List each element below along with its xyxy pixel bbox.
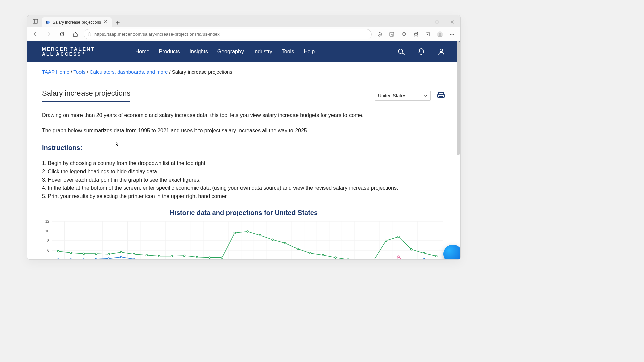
print-button[interactable] — [437, 91, 445, 100]
nav-insights[interactable]: Insights — [190, 49, 208, 55]
nav-home[interactable]: Home — [135, 49, 150, 55]
back-button[interactable] — [30, 29, 41, 40]
svg-point-143 — [247, 259, 248, 259]
svg-point-101 — [108, 253, 109, 255]
svg-point-157 — [423, 258, 425, 259]
svg-point-112 — [247, 231, 248, 232]
svg-point-98 — [70, 252, 72, 254]
title-row: Salary increase projections United State… — [42, 89, 445, 102]
search-icon[interactable] — [397, 48, 405, 56]
svg-text:N: N — [391, 33, 393, 36]
collections-icon[interactable] — [423, 29, 433, 40]
brand-line1: MERCER TALENT — [42, 47, 95, 52]
svg-point-118 — [322, 254, 324, 256]
svg-point-127 — [436, 255, 437, 257]
breadcrumb-current: Salary increase projections — [172, 69, 232, 75]
svg-point-128 — [57, 259, 59, 259]
tab-actions-button[interactable] — [30, 17, 41, 26]
breadcrumb-sep: / — [69, 69, 73, 75]
more-menu-icon[interactable] — [447, 29, 458, 40]
home-button[interactable] — [70, 29, 81, 40]
account-icon[interactable] — [437, 48, 445, 56]
svg-point-116 — [297, 248, 299, 250]
new-tab-button[interactable] — [113, 18, 122, 27]
chevron-down-icon — [424, 94, 428, 98]
svg-point-134 — [133, 258, 135, 259]
svg-text:10: 10 — [45, 229, 49, 233]
scrollbar-thumb[interactable] — [457, 41, 460, 155]
svg-point-105 — [158, 255, 160, 257]
browser-toolbar: https://taap.mercer.com/salary-increase-… — [27, 27, 460, 41]
svg-point-132 — [108, 258, 109, 259]
svg-text:4: 4 — [47, 258, 49, 259]
nav-industry[interactable]: Industry — [253, 49, 272, 55]
forward-button[interactable] — [43, 29, 54, 40]
svg-point-111 — [234, 232, 235, 234]
breadcrumb-link-home[interactable]: TAAP Home — [42, 69, 69, 75]
svg-line-20 — [402, 53, 405, 55]
svg-point-18 — [453, 34, 454, 35]
instruction-item: 5.Print your results by selecting the pr… — [42, 192, 445, 201]
page-content: TAAP Home / Tools / Calculators, dashboa… — [27, 62, 460, 259]
instruction-item: 1.Begin by choosing a country from the d… — [42, 159, 445, 168]
chart[interactable]: 24681012 — [42, 220, 445, 259]
chart-title: Historic data and projections for United… — [42, 209, 445, 217]
refresh-button[interactable] — [57, 29, 67, 40]
svg-point-15 — [439, 32, 441, 34]
profile-icon[interactable] — [435, 29, 445, 40]
intro-paragraph-1: Drawing on more than 20 years of economi… — [42, 111, 445, 119]
extensions-icon[interactable] — [398, 29, 409, 40]
address-bar[interactable]: https://taap.mercer.com/salary-increase-… — [84, 29, 372, 39]
page-viewport: MERCER TALENT ALL ACCESS® Home Products … — [27, 41, 460, 259]
tracking-prevention-icon[interactable] — [374, 29, 385, 40]
instruction-item: 4.In the table at the bottom of the scre… — [42, 184, 445, 192]
svg-text:6: 6 — [47, 248, 49, 252]
brand-logo[interactable]: MERCER TALENT ALL ACCESS® — [42, 47, 95, 56]
svg-rect-0 — [33, 19, 38, 23]
main-nav: Home Products Insights Geography Industr… — [135, 49, 315, 55]
breadcrumb-sep: / — [85, 69, 90, 75]
svg-point-126 — [423, 252, 425, 254]
nav-geography[interactable]: Geography — [217, 49, 244, 55]
svg-point-97 — [57, 250, 59, 252]
window-controls — [414, 17, 460, 27]
svg-point-3 — [47, 21, 50, 24]
toolbar-right-icons: N — [374, 29, 458, 40]
svg-point-17 — [452, 34, 453, 35]
svg-point-117 — [310, 252, 311, 254]
svg-point-107 — [183, 255, 185, 256]
tab-close-icon[interactable] — [104, 20, 108, 25]
window-maximize-button[interactable] — [429, 17, 445, 27]
breadcrumb-link-calculators[interactable]: Calculators, dashboards, and more — [90, 69, 168, 75]
nav-tools[interactable]: Tools — [282, 49, 294, 55]
country-select-value: United States — [378, 93, 406, 98]
favorites-icon[interactable] — [411, 29, 421, 40]
browser-window: Salary increase projections https://taap… — [27, 15, 461, 260]
breadcrumb-link-tools[interactable]: Tools — [73, 69, 85, 75]
svg-rect-6 — [88, 34, 91, 36]
notifications-icon[interactable] — [417, 48, 425, 56]
page-title: Salary increase projections — [42, 89, 130, 102]
window-close-button[interactable] — [445, 17, 460, 27]
svg-point-99 — [83, 253, 84, 255]
svg-point-113 — [259, 234, 261, 236]
instruction-item: 3.Hover over each data point in the grap… — [42, 176, 445, 184]
extension-n-icon[interactable]: N — [386, 29, 397, 40]
svg-point-123 — [385, 240, 387, 241]
breadcrumb: TAAP Home / Tools / Calculators, dashboa… — [42, 69, 445, 75]
vertical-scrollbar[interactable] — [455, 41, 460, 259]
nav-products[interactable]: Products — [159, 49, 180, 55]
address-bar-url: https://taap.mercer.com/salary-increase-… — [94, 32, 220, 37]
svg-point-21 — [440, 49, 443, 52]
country-select[interactable]: United States — [375, 90, 431, 101]
svg-point-133 — [120, 256, 122, 258]
instruction-item: 2.Click the legend headings to hide disp… — [42, 168, 445, 176]
svg-point-130 — [83, 259, 84, 259]
window-minimize-button[interactable] — [414, 17, 429, 27]
browser-tab[interactable]: Salary increase projections — [42, 17, 112, 27]
svg-point-109 — [209, 257, 210, 258]
svg-point-124 — [398, 236, 399, 238]
svg-point-102 — [120, 251, 122, 253]
svg-point-119 — [335, 257, 336, 258]
nav-help[interactable]: Help — [304, 49, 315, 55]
